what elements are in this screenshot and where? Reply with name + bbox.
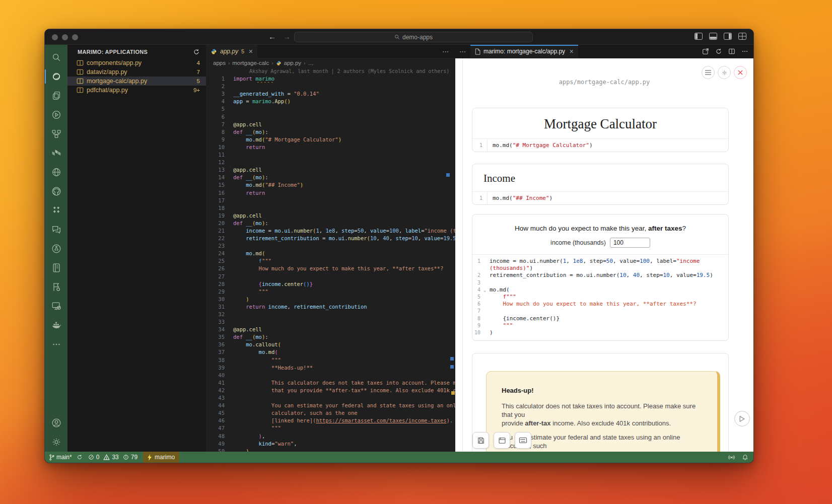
search-icon[interactable] <box>45 48 67 67</box>
refresh-icon[interactable] <box>193 48 200 55</box>
open-external-icon[interactable] <box>702 48 709 55</box>
titlebar: ← → demo-apps <box>45 29 753 45</box>
split-editor-icon[interactable] <box>728 48 735 55</box>
error-icon <box>88 454 94 460</box>
hamburger-icon <box>705 70 711 75</box>
reload-icon[interactable] <box>715 48 722 55</box>
back-arrow-icon[interactable]: ← <box>268 32 276 41</box>
error-count: 0 <box>96 454 100 461</box>
code-line: 38 """ <box>206 356 455 364</box>
editor-group: app.py 5 ✕ ⋯ apps› mortgage-calc› app.py… <box>206 45 455 452</box>
sync-icon[interactable] <box>77 454 83 460</box>
broadcast-icon[interactable] <box>728 454 735 461</box>
docker-icon[interactable] <box>45 316 67 335</box>
account-icon[interactable] <box>45 413 67 433</box>
close-window-button[interactable] <box>52 34 58 40</box>
notebook-file-icon <box>77 87 84 93</box>
keyboard-shortcuts-button[interactable] <box>515 432 531 449</box>
fold-chevron-icon[interactable]: ⌄ <box>483 286 490 294</box>
sidebar-item-components[interactable]: components/app.py 4 <box>67 58 206 67</box>
breadcrumb[interactable]: apps› mortgage-calc› app.py› … <box>206 58 455 67</box>
code-line: 5 f""" <box>472 294 728 301</box>
file-name: dataviz/app.py <box>87 68 127 76</box>
more-ellipsis-icon[interactable] <box>45 335 67 354</box>
tab-app-py[interactable]: app.py 5 ✕ <box>206 45 257 58</box>
run-circle-icon[interactable] <box>45 105 67 124</box>
breadcrumb-more[interactable]: … <box>308 60 314 66</box>
layout-sidebar-right-icon[interactable] <box>724 33 732 40</box>
save-button[interactable] <box>472 432 489 449</box>
github-icon[interactable] <box>45 182 67 201</box>
fold-gutter <box>483 258 490 265</box>
forward-arrow-icon[interactable]: → <box>283 32 291 41</box>
code-line: 7@app.cell <box>206 121 455 128</box>
code-line: 12 <box>206 159 455 166</box>
more-actions-icon[interactable]: ⋯ <box>442 48 455 55</box>
cell-income[interactable]: Income 1 mo.md("## Income") <box>472 164 729 205</box>
more-actions-icon[interactable]: ⋯ <box>455 48 470 55</box>
menu-hamburger-button[interactable] <box>702 66 715 79</box>
code-editor[interactable]: Akshay Agrawal, last month | 2 authors (… <box>206 67 455 452</box>
settings-button[interactable] <box>718 66 731 79</box>
screen-device-icon[interactable] <box>45 297 67 316</box>
settings-gear-icon[interactable] <box>45 433 67 452</box>
bug-flag-icon[interactable] <box>45 277 67 297</box>
notebook-icon[interactable] <box>45 258 67 277</box>
symbols-icon[interactable] <box>45 124 67 143</box>
cell-form[interactable]: How much do you expect to make this year… <box>472 214 729 341</box>
layout-grid-icon[interactable] <box>738 33 746 40</box>
marimo-icon[interactable] <box>45 67 67 86</box>
code-line: 24 mo.md( <box>206 250 455 257</box>
marimo-status-item[interactable]: marimo <box>143 452 179 463</box>
cell-code-editor[interactable]: 1 mo.md("# Mortgage Calculator") <box>472 138 728 152</box>
breadcrumb-app-py[interactable]: app.py <box>284 60 302 66</box>
sidebar-item-pdfchat[interactable]: pdfchat/app.py 9+ <box>67 86 206 95</box>
code-line: 13@app.cell <box>206 166 455 174</box>
shutdown-button[interactable] <box>734 66 747 79</box>
run-cell-button[interactable] <box>734 411 750 426</box>
breadcrumb-mortgage-calc[interactable]: mortgage-calc <box>232 60 269 66</box>
cell-code-editor[interactable]: 1income = mo.ui.number(1, 1e8, step=50, … <box>472 254 728 340</box>
command-center-search[interactable]: demo-apps <box>294 32 533 42</box>
code-line: 9 mo.md("# Mortgage Calculator") <box>206 136 455 143</box>
sidebar: MARIMO: APPLICATIONS components/app.py 4… <box>67 45 206 452</box>
close-icon[interactable]: ✕ <box>248 48 253 55</box>
cell-callout[interactable]: Heads-up! This calculator does not take … <box>472 353 729 452</box>
income-input[interactable] <box>610 238 650 248</box>
minimize-window-button[interactable] <box>62 34 68 40</box>
copy-files-icon[interactable] <box>45 86 67 105</box>
breadcrumb-apps[interactable]: apps <box>213 60 226 66</box>
git-branch-item[interactable]: main* <box>49 454 83 461</box>
code-line: mo.md("# Mortgage Calculator") <box>488 142 593 149</box>
sidebar-item-mortgage-calc[interactable]: mortgage-calc/app.py 5 <box>67 77 206 86</box>
layout-panel-bottom-icon[interactable] <box>709 33 717 40</box>
code-line: 32 <box>206 311 455 318</box>
tab-label: marimo: mortgage-calc/app.py <box>483 48 565 55</box>
tab-marimo-preview[interactable]: marimo: mortgage-calc/app.py ✕ <box>470 45 578 58</box>
webview-divider <box>462 58 463 452</box>
sidebar-title: MARIMO: APPLICATIONS <box>78 49 148 55</box>
cell-code-editor[interactable]: 1 mo.md("## Income") <box>472 191 728 204</box>
cell-title[interactable]: Mortgage Calculator 1 mo.md("# Mortgage … <box>472 108 729 152</box>
editor-decoration-blue <box>450 365 454 369</box>
code-line: 3 <box>472 279 728 286</box>
code-line: 2retirement_contribution = mo.ui.number(… <box>472 272 728 279</box>
extensions-diamonds-icon[interactable] <box>45 201 67 220</box>
gear-icon <box>721 69 728 76</box>
layout-sidebar-left-icon[interactable] <box>695 33 703 40</box>
terraform-icon[interactable] <box>45 143 67 163</box>
open-browser-button[interactable] <box>494 432 510 449</box>
marimo-label: marimo <box>155 454 175 461</box>
close-icon[interactable]: ✕ <box>569 48 574 55</box>
comments-icon[interactable] <box>45 220 67 239</box>
globe-icon[interactable] <box>45 163 67 182</box>
problems-item[interactable]: 0 33 79 <box>88 454 137 461</box>
search-icon <box>394 34 400 40</box>
more-actions-icon[interactable] <box>741 48 748 55</box>
test-circle-icon[interactable] <box>45 239 67 258</box>
problems-badge: 5 <box>197 78 200 84</box>
git-blame-lens[interactable]: Akshay Agrawal, last month | 2 authors (… <box>206 67 455 75</box>
zoom-window-button[interactable] <box>72 34 78 40</box>
bell-icon[interactable] <box>742 454 748 461</box>
sidebar-item-dataviz[interactable]: dataviz/app.py 7 <box>67 67 206 77</box>
